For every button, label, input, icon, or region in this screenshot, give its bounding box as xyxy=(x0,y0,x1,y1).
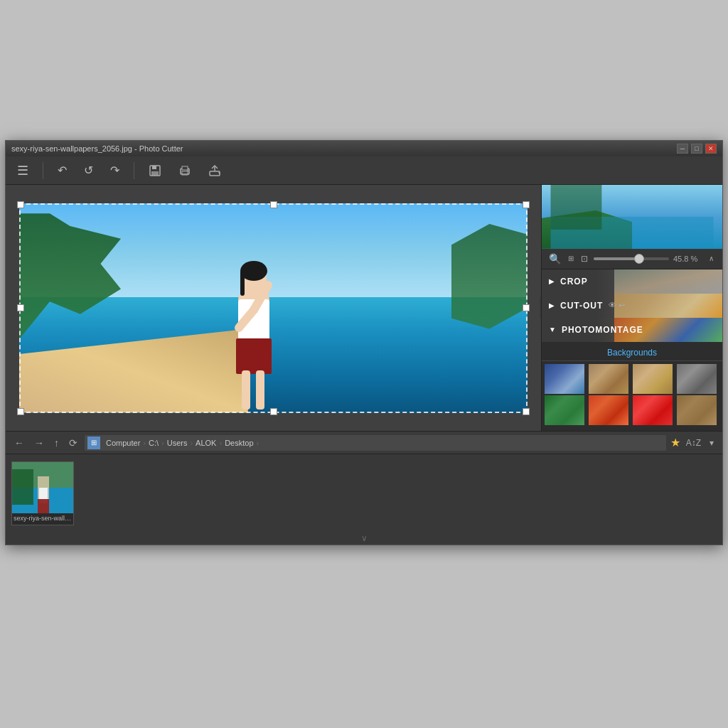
svg-rect-12 xyxy=(242,370,250,410)
toolbar-separator-2 xyxy=(134,162,134,179)
zoom-fit-button[interactable]: ⊡ xyxy=(579,252,589,265)
maximize-button[interactable]: □ xyxy=(691,144,702,154)
minimize-button[interactable]: ─ xyxy=(677,144,688,154)
svg-point-6 xyxy=(187,170,188,171)
path-users[interactable]: Users xyxy=(164,437,191,449)
path-drive[interactable]: C:\ xyxy=(146,437,161,449)
crop-header-content: ▶ CROP xyxy=(549,277,588,287)
svg-rect-4 xyxy=(182,166,188,170)
canvas-area[interactable]: ‹ xyxy=(6,185,541,431)
svg-rect-1 xyxy=(152,166,156,169)
bg-thumb-6[interactable] xyxy=(589,395,628,425)
crop-section-header[interactable]: ▶ CROP xyxy=(542,269,722,294)
menu-button[interactable]: ☰ xyxy=(14,160,31,181)
photomontage-header-content: ▼ PHOTOMONTAGE xyxy=(549,325,643,335)
scroll-indicator: ∨ xyxy=(6,532,722,545)
zoom-controls: 🔍 ⊞ ⊡ 45.8 % ∧ xyxy=(542,249,722,269)
nav-forward-button[interactable]: → xyxy=(31,436,47,450)
panel-toggle-arrow[interactable]: ‹ xyxy=(540,297,541,318)
thumbnail-item[interactable]: sexy-riya-sen-wallpapers_2... xyxy=(11,461,74,525)
window-title: sexy-riya-sen-wallpapers_2056.jpg - Phot… xyxy=(11,144,183,153)
svg-rect-16 xyxy=(240,271,245,296)
backgrounds-tab: Backgrounds xyxy=(542,342,722,431)
preview-image xyxy=(542,185,722,249)
undo2-button[interactable]: ↺ xyxy=(81,161,96,180)
title-bar: sexy-riya-sen-wallpapers_2056.jpg - Phot… xyxy=(6,141,722,156)
export-button[interactable] xyxy=(205,161,224,180)
right-panel: 🔍 ⊞ ⊡ 45.8 % ∧ ▶ CROP xyxy=(541,185,722,431)
cutout-header-content: ▶ CUT-OUT 👁 ↩ xyxy=(549,301,625,311)
bg-thumb-1[interactable] xyxy=(545,364,584,394)
nav-up-button[interactable]: ↑ xyxy=(51,436,62,450)
undo-button[interactable]: ↶ xyxy=(55,161,70,180)
cutout-title: CUT-OUT xyxy=(560,301,603,311)
svg-rect-23 xyxy=(12,469,33,505)
zoom-slider-thumb[interactable] xyxy=(634,254,644,264)
cutout-arrow: ▶ xyxy=(549,301,555,309)
nav-refresh-button[interactable]: ⟳ xyxy=(66,436,80,450)
view-icon[interactable]: ⊞ xyxy=(87,437,100,449)
svg-rect-13 xyxy=(256,370,264,410)
redo-button[interactable]: ↷ xyxy=(107,161,122,180)
path-sep-5: › xyxy=(257,439,259,447)
zoom-out-button[interactable]: 🔍 xyxy=(547,252,562,266)
zoom-slider[interactable] xyxy=(594,257,669,260)
print-button[interactable] xyxy=(176,161,194,180)
svg-rect-2 xyxy=(151,171,159,176)
thumbnail-image xyxy=(12,462,73,513)
path-computer[interactable]: Computer xyxy=(103,437,143,449)
cutout-section-header[interactable]: ▶ CUT-OUT 👁 ↩ xyxy=(542,294,722,318)
bg-thumb-7[interactable] xyxy=(633,395,673,425)
crop-title: CROP xyxy=(560,277,588,287)
main-content: ‹ 🔍 ⊞ ⊡ xyxy=(6,185,722,431)
path-user[interactable]: ALOK xyxy=(193,437,219,449)
sort-options-button[interactable]: ▾ xyxy=(707,437,717,449)
panel-collapse-arrow[interactable]: ∧ xyxy=(706,255,717,262)
svg-rect-26 xyxy=(38,499,49,513)
toolbar-separator xyxy=(43,162,43,179)
nav-back-button[interactable]: ← xyxy=(11,436,27,450)
svg-rect-11 xyxy=(236,338,272,374)
window-controls: ─ □ ✕ xyxy=(677,144,717,154)
photomontage-title: PHOTOMONTAGE xyxy=(562,325,643,335)
bg-thumb-5[interactable] xyxy=(545,395,584,425)
crop-arrow: ▶ xyxy=(549,277,555,285)
bg-thumb-4[interactable] xyxy=(677,364,717,394)
background-grid xyxy=(542,361,722,428)
photomontage-arrow: ▼ xyxy=(549,326,556,333)
cutout-section-img xyxy=(614,294,722,318)
favorites-button[interactable]: ★ xyxy=(670,436,680,449)
save-button[interactable] xyxy=(146,161,164,180)
zoom-slider-fill xyxy=(594,257,639,260)
photomontage-section-header[interactable]: ▼ PHOTOMONTAGE xyxy=(542,318,722,342)
sort-button[interactable]: A↕Z xyxy=(683,437,704,449)
main-image xyxy=(19,203,528,413)
path-bar: ⊞ Computer › C:\ › Users › ALOK › Deskto… xyxy=(85,435,666,451)
cutout-icons: 👁 ↩ xyxy=(609,301,625,310)
thumbnail-label: sexy-riya-sen-wallpapers_2... xyxy=(12,513,73,523)
zoom-in-button[interactable]: ⊞ xyxy=(567,253,575,264)
preview-svg xyxy=(542,185,722,249)
thumbnail-strip: sexy-riya-sen-wallpapers_2... xyxy=(6,454,722,532)
backgrounds-label[interactable]: Backgrounds xyxy=(542,345,722,361)
bg-thumb-8[interactable] xyxy=(677,395,717,425)
app-window: sexy-riya-sen-wallpapers_2056.jpg - Phot… xyxy=(5,140,723,545)
person-figure xyxy=(208,228,300,413)
bg-thumb-2[interactable] xyxy=(589,364,628,394)
zoom-value: 45.8 % xyxy=(673,255,702,263)
browser-right: ★ A↕Z ▾ xyxy=(670,436,717,449)
svg-rect-20 xyxy=(551,185,602,230)
image-canvas xyxy=(19,203,528,413)
path-folder[interactable]: Desktop xyxy=(222,437,256,449)
crop-section-img xyxy=(614,269,722,294)
file-browser: ← → ↑ ⟳ ⊞ Computer › C:\ › Users › ALOK … xyxy=(6,431,722,454)
beach-trees-right xyxy=(451,224,528,329)
thumbnail-svg xyxy=(12,462,73,513)
scroll-down-arrow[interactable]: ∨ xyxy=(361,533,368,543)
bg-thumb-3[interactable] xyxy=(633,364,673,394)
svg-rect-7 xyxy=(210,171,220,176)
toolbar: ☰ ↶ ↺ ↷ xyxy=(6,156,722,185)
close-button[interactable]: ✕ xyxy=(705,144,717,154)
